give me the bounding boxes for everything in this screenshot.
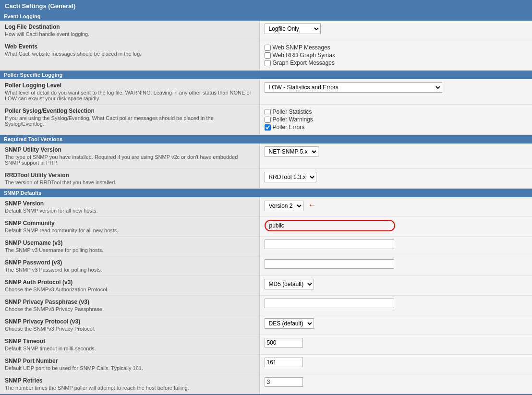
snmp-privacy-protocol-value: DES (default) AES128 AES192 AES256 — [259, 315, 532, 335]
poller-syslog-desc: If you are using the Syslog/Eventlog, Wh… — [5, 115, 254, 127]
snmp-community-circle — [265, 220, 395, 231]
snmp-password-input[interactable] — [265, 259, 394, 269]
log-file-destination-select[interactable]: Logfile Only Syslog/Eventlog Both — [265, 24, 321, 34]
poller-logging-table: Poller Logging Level What level of detai… — [0, 79, 532, 135]
web-events-value: Web SNMP Messages Web RRD Graph Syntax G… — [259, 40, 532, 71]
snmp-port-label: SNMP Port Number Default UDP port to be … — [0, 355, 259, 374]
snmp-retries-input[interactable] — [265, 377, 303, 387]
event-logging-table: Log File Destination How will Cacti hand… — [0, 21, 532, 71]
web-snmp-messages-label: Web SNMP Messages — [273, 44, 330, 51]
snmp-privacy-protocol-select[interactable]: DES (default) AES128 AES192 AES256 — [265, 318, 314, 329]
table-row: SNMP Community Default SNMP read communi… — [0, 217, 532, 237]
snmp-version-title: SNMP Version — [5, 200, 254, 207]
snmp-privacy-passphrase-label: SNMP Privacy Passphrase (v3) Choose the … — [0, 296, 259, 315]
snmp-retries-label: SNMP Retries The number times the SNMP p… — [0, 374, 259, 394]
table-row: Log File Destination How will Cacti hand… — [0, 21, 532, 40]
snmp-auth-protocol-title: SNMP Auth Protocol (v3) — [5, 279, 254, 286]
section-required-tools: Required Tool Versions — [0, 135, 532, 144]
snmp-version-desc: Default SNMP version for all new hosts. — [5, 208, 254, 214]
poller-logging-level-desc: What level of detail do you want sent to… — [5, 90, 254, 101]
poller-warnings-checkbox[interactable] — [265, 117, 271, 123]
snmp-privacy-passphrase-title: SNMP Privacy Passphrase (v3) — [5, 299, 254, 305]
table-row: SNMP Utility Version The type of SNMP yo… — [0, 144, 532, 169]
snmp-privacy-protocol-label: SNMP Privacy Protocol (v3) Choose the SN… — [0, 315, 259, 335]
checkbox-row-web-snmp: Web SNMP Messages — [265, 44, 528, 51]
web-rrd-graph-label: Web RRD Graph Syntax — [273, 52, 336, 59]
snmp-timeout-label: SNMP Timeout Default SNMP timeout in mil… — [0, 335, 259, 355]
snmp-port-desc: Default UDP port to be used for SNMP Cal… — [5, 365, 254, 371]
poller-warnings-label: Poller Warnings — [273, 116, 313, 123]
snmp-community-value — [259, 217, 532, 237]
table-row: SNMP Port Number Default UDP port to be … — [0, 355, 532, 374]
snmp-community-label: SNMP Community Default SNMP read communi… — [0, 217, 259, 237]
checkbox-row-graph-export: Graph Export Messages — [265, 60, 528, 66]
snmp-retries-value — [259, 374, 532, 394]
table-row: SNMP Password (v3) The SNMP v3 Password … — [0, 256, 532, 276]
table-row: SNMP Privacy Protocol (v3) Choose the SN… — [0, 315, 532, 335]
snmp-password-value — [259, 256, 532, 276]
section-poller-logging: Poller Specific Logging — [0, 71, 532, 79]
snmp-utility-desc: The type of SNMP you have installed. Req… — [5, 154, 254, 166]
web-events-label: Web Events What Cacti website messages s… — [0, 40, 259, 71]
table-row: SNMP Username (v3) The SNMP v3 Username … — [0, 237, 532, 256]
snmp-timeout-desc: Default SNMP timeout in milli-seconds. — [5, 346, 254, 351]
poller-errors-label: Poller Errors — [273, 124, 305, 131]
snmp-utility-value: NET-SNMP 5.x NET-SNMP 4.x ucd-snmp 3.6 — [259, 144, 532, 169]
rrdtool-utility-desc: The version of RRDTool that you have ins… — [5, 180, 254, 185]
snmp-port-input[interactable] — [265, 358, 303, 367]
snmp-community-input[interactable] — [267, 221, 392, 230]
web-snmp-messages-checkbox[interactable] — [265, 45, 271, 51]
graph-export-checkbox[interactable] — [265, 60, 271, 66]
rrdtool-utility-select[interactable]: RRDTool 1.0.x RRDTool 1.2.x RRDTool 1.3.… — [265, 172, 316, 182]
table-row: SNMP Privacy Passphrase (v3) Choose the … — [0, 296, 532, 315]
snmp-username-title: SNMP Username (v3) — [5, 239, 254, 246]
snmp-port-title: SNMP Port Number — [5, 358, 254, 364]
table-row: SNMP Timeout Default SNMP timeout in mil… — [0, 335, 532, 355]
table-row: SNMP Retries The number times the SNMP p… — [0, 374, 532, 394]
web-events-title: Web Events — [5, 43, 254, 50]
poller-statistics-label: Poller Statistics — [273, 108, 312, 115]
snmp-defaults-table: SNMP Version Default SNMP version for al… — [0, 197, 532, 394]
poller-logging-level-label: Poller Logging Level What level of detai… — [0, 79, 259, 105]
snmp-port-value — [259, 355, 532, 374]
snmp-auth-protocol-select[interactable]: MD5 (default) SHA — [265, 279, 314, 289]
snmp-username-input[interactable] — [265, 239, 394, 249]
snmp-version-select[interactable]: Version 1 Version 2 Version 3 — [265, 201, 303, 211]
checkbox-row-poller-errors: Poller Errors — [265, 124, 528, 131]
snmp-timeout-title: SNMP Timeout — [5, 338, 254, 345]
web-rrd-graph-checkbox[interactable] — [265, 52, 271, 59]
snmp-auth-protocol-label: SNMP Auth Protocol (v3) Choose the SNMPv… — [0, 276, 259, 296]
section-snmp-defaults: SNMP Defaults — [0, 189, 532, 197]
snmp-privacy-protocol-desc: Choose the SNMPv3 Privacy Protocol. — [5, 326, 254, 332]
snmp-username-desc: The SNMP v3 Username for polling hosts. — [5, 247, 254, 253]
rrdtool-utility-value: RRDTool 1.0.x RRDTool 1.2.x RRDTool 1.3.… — [259, 169, 532, 189]
poller-errors-checkbox[interactable] — [265, 124, 271, 131]
graph-export-label: Graph Export Messages — [273, 60, 335, 66]
snmp-timeout-value — [259, 335, 532, 355]
table-row: SNMP Auth Protocol (v3) Choose the SNMPv… — [0, 276, 532, 296]
poller-statistics-checkbox[interactable] — [265, 109, 271, 115]
table-row: Poller Logging Level What level of detai… — [0, 79, 532, 105]
log-file-destination-value: Logfile Only Syslog/Eventlog Both — [259, 21, 532, 40]
snmp-version-value: Version 1 Version 2 Version 3 ← — [259, 197, 532, 217]
snmp-auth-protocol-value: MD5 (default) SHA — [259, 276, 532, 296]
snmp-privacy-passphrase-value — [259, 296, 532, 315]
checkbox-row-poller-warnings: Poller Warnings — [265, 116, 528, 123]
snmp-timeout-input[interactable] — [265, 338, 303, 347]
snmp-username-label: SNMP Username (v3) The SNMP v3 Username … — [0, 237, 259, 256]
snmp-password-title: SNMP Password (v3) — [5, 259, 254, 266]
table-row: RRDTool Utility Version The version of R… — [0, 169, 532, 189]
snmp-community-title: SNMP Community — [5, 220, 254, 227]
snmp-community-desc: Default SNMP read community for all new … — [5, 227, 254, 233]
checkbox-row-poller-stats: Poller Statistics — [265, 108, 528, 115]
poller-logging-level-select[interactable]: NONE - Disabled LOW - Statistics and Err… — [265, 82, 442, 93]
log-file-destination-desc: How will Cacti handle event logging. — [5, 31, 254, 37]
poller-syslog-value: Poller Statistics Poller Warnings Poller… — [259, 105, 532, 135]
snmp-utility-select[interactable]: NET-SNMP 5.x NET-SNMP 4.x ucd-snmp 3.6 — [265, 146, 318, 157]
poller-syslog-label: Poller Syslog/Eventlog Selection If you … — [0, 105, 259, 135]
snmp-privacy-passphrase-input[interactable] — [265, 299, 394, 308]
rrdtool-utility-label: RRDTool Utility Version The version of R… — [0, 169, 259, 189]
snmp-privacy-protocol-title: SNMP Privacy Protocol (v3) — [5, 318, 254, 325]
snmp-retries-desc: The number times the SNMP poller will at… — [5, 385, 254, 391]
log-file-destination-title: Log File Destination — [5, 24, 254, 30]
